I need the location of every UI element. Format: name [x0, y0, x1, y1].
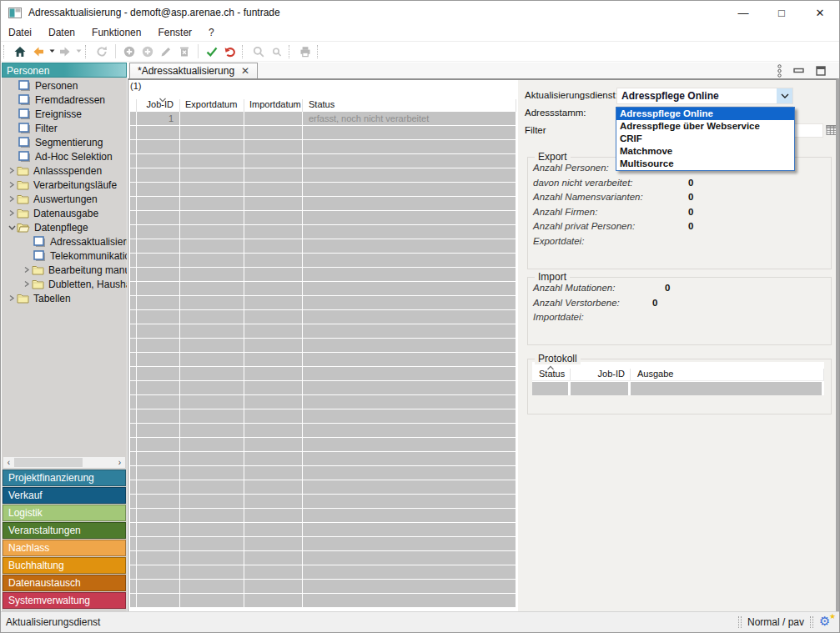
- tree-item-personen[interactable]: Personen: [2, 78, 127, 93]
- table-row[interactable]: [130, 296, 516, 310]
- module-logistik[interactable]: Logistik: [3, 505, 126, 521]
- table-row[interactable]: [130, 140, 516, 154]
- dropdown-option-adresspflege-über-webservice[interactable]: Adresspflege über Webservice: [616, 120, 794, 133]
- table-row[interactable]: [130, 239, 516, 254]
- column-header-importdatum[interactable]: Importdatum: [244, 99, 303, 112]
- table-row[interactable]: [130, 466, 516, 480]
- dropdown-caret-icon[interactable]: [48, 43, 56, 61]
- toolbar-delete-button[interactable]: [175, 43, 194, 61]
- tree-item-verarbeitungsläufe[interactable]: Verarbeitungsläufe: [2, 178, 127, 192]
- tree-chevron-down-icon[interactable]: [7, 224, 17, 231]
- dropdown-option-multisource[interactable]: Multisource: [616, 158, 794, 170]
- table-row[interactable]: [130, 268, 516, 282]
- table-row[interactable]: [130, 395, 516, 409]
- table-row[interactable]: [130, 197, 516, 211]
- maximize-button[interactable]: □: [762, 1, 801, 24]
- toolbar-edit-button[interactable]: [157, 43, 175, 61]
- table-row[interactable]: [130, 523, 516, 537]
- sort-descending-icon[interactable]: [158, 94, 167, 104]
- scroll-right-icon[interactable]: ›: [114, 457, 125, 468]
- table-row[interactable]: [130, 211, 516, 225]
- tree-chevron-right-icon[interactable]: [7, 181, 17, 188]
- filter-grid-icon[interactable]: [826, 124, 838, 136]
- column-header-ausgabe[interactable]: Ausgabe: [631, 369, 824, 380]
- table-row[interactable]: [130, 339, 516, 353]
- tree-item-fremdadressen[interactable]: Fremdadressen: [2, 93, 127, 107]
- minimize-pane-icon[interactable]: [793, 67, 804, 75]
- toolbar-back-button[interactable]: [29, 43, 48, 61]
- tab-menu-kebab-icon[interactable]: [777, 64, 782, 78]
- aktualisierungsdienst-combobox[interactable]: Adresspflege Online: [616, 88, 793, 104]
- dropdown-option-matchmove[interactable]: Matchmove: [616, 145, 794, 158]
- toolbar-forward-button[interactable]: [56, 43, 74, 61]
- tree-item-datenausgabe[interactable]: Datenausgabe: [2, 206, 127, 220]
- table-row[interactable]: [130, 183, 516, 197]
- toolbar-undo-button[interactable]: [221, 43, 239, 61]
- dropdown-caret-icon[interactable]: [74, 43, 83, 61]
- table-row[interactable]: [130, 509, 516, 523]
- column-header-job-id[interactable]: Job-ID: [571, 369, 631, 380]
- chevron-down-icon[interactable]: [777, 88, 792, 103]
- sort-ascending-icon[interactable]: [546, 362, 555, 372]
- table-row[interactable]: [130, 126, 516, 140]
- tree-item-tabellen[interactable]: Tabellen: [2, 291, 127, 305]
- tree-item-dubletten-haushalte[interactable]: Dubletten, Haushalte: [2, 277, 127, 291]
- toolbar-confirm-button[interactable]: [203, 43, 221, 61]
- tree-item-adressaktualisierung[interactable]: Adressaktualisierung: [2, 234, 127, 249]
- table-row[interactable]: [130, 551, 516, 565]
- module-veranstaltungen[interactable]: Veranstaltungen: [3, 522, 126, 539]
- table-row[interactable]: [130, 565, 516, 580]
- table-row[interactable]: [130, 381, 516, 395]
- menu-help[interactable]: ?: [200, 27, 223, 38]
- table-row[interactable]: [130, 537, 516, 551]
- table-row[interactable]: [130, 480, 516, 495]
- tree-item-ereignisse[interactable]: Ereignisse: [2, 107, 127, 121]
- table-row[interactable]: [130, 452, 516, 466]
- table-row[interactable]: [130, 438, 516, 452]
- menu-fenster[interactable]: Fenster: [149, 27, 200, 38]
- menu-daten[interactable]: Daten: [40, 27, 83, 38]
- tree-chevron-right-icon[interactable]: [22, 280, 32, 288]
- toolbar-search-button[interactable]: [249, 43, 268, 61]
- dropdown-option-crif[interactable]: CRIF: [616, 133, 794, 145]
- tree-item-segmentierung[interactable]: Segmentierung: [2, 135, 127, 149]
- menu-datei[interactable]: Datei: [1, 27, 40, 38]
- tree-item-datenpflege[interactable]: Datenpflege: [2, 220, 127, 234]
- module-projektfinanzierung[interactable]: Projektfinanzierung: [3, 470, 126, 486]
- settings-gear-icon[interactable]: ⚙ ★: [819, 615, 834, 630]
- toolbar-print-button[interactable]: [296, 43, 314, 61]
- tree-chevron-right-icon[interactable]: [22, 266, 32, 274]
- table-row[interactable]: [130, 324, 516, 339]
- table-row[interactable]: [130, 353, 516, 367]
- maximize-pane-icon[interactable]: [816, 66, 826, 76]
- table-row[interactable]: [130, 495, 516, 509]
- module-systemverwaltung[interactable]: Systemverwaltung: [3, 592, 126, 609]
- table-row[interactable]: [130, 168, 516, 183]
- tree-item-filter[interactable]: Filter: [2, 121, 127, 135]
- table-row[interactable]: [130, 282, 516, 296]
- tree-item-auswertungen[interactable]: Auswertungen: [2, 192, 127, 206]
- tab-adressaktualisierung[interactable]: *Adressaktualisierung ✕: [129, 63, 258, 78]
- module-datenaustausch[interactable]: Datenaustausch: [3, 575, 126, 591]
- column-header-exportdatum[interactable]: Exportdatum: [180, 99, 244, 112]
- module-buchhaltung[interactable]: Buchhaltung: [3, 557, 126, 574]
- sidebar-horizontal-scrollbar[interactable]: ‹ ›: [3, 457, 125, 468]
- tree-item-bearbeitung-manuell[interactable]: Bearbeitung manuell: [2, 263, 127, 277]
- scroll-left-icon[interactable]: ‹: [3, 457, 14, 468]
- tree-item-ad-hoc-selektion[interactable]: Ad-Hoc Selektion: [2, 149, 127, 163]
- table-row[interactable]: [130, 594, 516, 608]
- tree-chevron-right-icon[interactable]: [7, 209, 17, 217]
- tree-chevron-right-icon[interactable]: [7, 294, 17, 302]
- toolbar-search-small-button[interactable]: [268, 43, 286, 61]
- toolbar-add-button[interactable]: [120, 43, 138, 61]
- tree-item-telekommunikationsd[interactable]: Telekommunikationsd: [2, 249, 127, 263]
- table-row[interactable]: [130, 367, 516, 381]
- module-nachlass[interactable]: Nachlass: [3, 540, 126, 556]
- dropdown-option-adresspflege-online[interactable]: Adresspflege Online: [616, 108, 794, 120]
- scrollbar-thumb[interactable]: [14, 458, 83, 467]
- menu-funktionen[interactable]: Funktionen: [83, 27, 149, 38]
- toolbar-home-button[interactable]: [11, 43, 29, 61]
- table-row[interactable]: [130, 154, 516, 168]
- table-row[interactable]: [130, 580, 516, 594]
- tree-chevron-right-icon[interactable]: [7, 167, 17, 174]
